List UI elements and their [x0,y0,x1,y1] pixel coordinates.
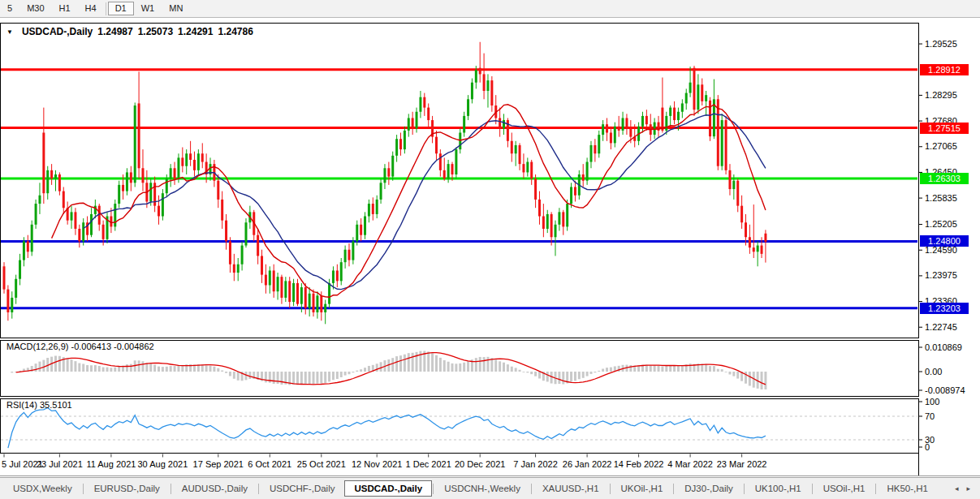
macd-histogram-bar [550,372,553,384]
hline-price-label: 1.23203 [920,303,969,314]
macd-histogram-bar [586,372,589,376]
macd-histogram-bar [225,372,227,373]
candle-body [519,145,521,164]
tab-usdcnh-weekly[interactable]: USDCNH-,Weekly [434,480,530,497]
candle-body [467,99,469,116]
candle-body [74,212,76,229]
candle-body [352,241,354,260]
macd-histogram-bar [578,372,581,379]
macd-histogram-bar [610,368,612,372]
macd-value-signal: -0.004862 [114,342,154,351]
tab-ukoil-h1[interactable]: UKOil-,H1 [611,480,673,497]
tab-uk100-h1[interactable]: UK100-,H1 [745,480,811,497]
macd-tick-label: -0.008974 [925,385,965,395]
candle-body [387,168,390,176]
candle-body [320,295,322,312]
candle-body [641,116,644,127]
macd-histogram-bar [78,363,80,372]
candle-body [102,225,105,239]
macd-label: MACD(12,26,9) -0.006413 -0.004862 [6,342,154,351]
tab-usdx-weekly[interactable]: USDX,Weekly [3,480,82,497]
candle-body [35,204,37,225]
macd-histogram-bar [732,372,735,376]
time-tick-label: 12 Nov 2021 [352,459,402,469]
candle-body [296,283,299,304]
macd-histogram-bar [749,372,751,385]
candle-body [383,168,386,183]
macd-histogram-bar [380,362,382,372]
macd-histogram-bar [494,359,497,372]
tab-separator [812,484,813,494]
candle-body [534,179,537,200]
candle-body [475,70,477,82]
candle-body [193,160,196,170]
price-tick-label: 1.25205 [925,219,957,229]
candle-body [277,277,279,291]
tab-hk50-h1[interactable]: HK50-,H1 [877,480,938,497]
price-tick-label: 1.23975 [925,270,957,280]
candle-body [399,139,402,149]
candle-body [225,221,227,242]
macd-histogram-bar [316,372,318,384]
candle-body [740,206,743,223]
macd-histogram-bar [490,358,493,372]
candle-body [197,153,200,170]
candle-body [586,162,589,181]
macd-histogram-bar [11,372,13,372]
macd-histogram-bar [58,356,61,372]
macd-histogram-bar [300,372,303,384]
macd-name: MACD(12,26,9) [6,342,68,351]
macd-histogram-bar [589,372,592,374]
tab-separator [83,484,84,494]
macd-histogram-bar [170,366,172,372]
candle-body [292,283,295,302]
macd-histogram-bar [356,371,358,372]
candle-body [181,157,183,166]
candle-body [170,168,172,179]
time-tick-label: 17 Sep 2021 [193,459,244,469]
macd-histogram-bar [499,361,501,372]
tab-xauusd-h1[interactable]: XAUUSD-,H1 [533,480,609,497]
candle-body [300,287,303,304]
macd-histogram-bar [709,366,711,372]
tab-scroll-right-icon[interactable]: ▸ [966,484,970,493]
tab-dj30-daily[interactable]: DJ30-,Daily [675,480,742,497]
macd-histogram-bar [336,372,339,379]
tab-separator [258,484,259,494]
macd-histogram-bar [244,372,247,380]
candle-body [610,133,612,144]
candle-body [71,212,73,220]
macd-histogram-bar [149,363,152,372]
macd-histogram-bar [141,361,144,372]
candle-body [479,68,481,75]
rsi-label: RSI(14) 35.5101 [6,400,72,410]
tab-eurusd-daily[interactable]: EURUSD-,Daily [84,480,170,497]
candle-body [304,287,307,308]
macd-histogram-bar [598,371,600,372]
candle-body [348,250,350,260]
candle-body [340,262,343,281]
candle-body [728,170,731,189]
tab-usoil-h1[interactable]: USOil-,H1 [814,480,875,497]
candle-body [233,265,235,273]
chart-canvas[interactable] [0,0,980,499]
tab-audusd-daily[interactable]: AUDUSD-,Daily [172,480,257,497]
candle-body [336,270,339,281]
candle-body [625,118,628,128]
rsi-tick-label: 0 [925,442,930,452]
candle-body [50,170,53,179]
macd-histogram-bar [721,369,723,372]
candle-body [265,275,267,286]
tab-usdchf-daily[interactable]: USDCHF-,Daily [260,480,345,497]
tab-usdcad-daily[interactable]: USDCAD-,Daily [344,480,432,497]
macd-histogram-bar [94,365,97,372]
macd-histogram-bar [669,365,671,372]
candle-body [189,153,192,160]
macd-histogram-bar [277,372,279,384]
hline-price-label: 1.26303 [920,173,969,184]
macd-histogram-bar [340,372,343,377]
macd-histogram-bar [130,364,132,372]
macd-histogram-bar [705,364,707,372]
tab-scroll-left-icon[interactable]: ◂ [955,484,959,493]
candle-body [15,279,17,298]
